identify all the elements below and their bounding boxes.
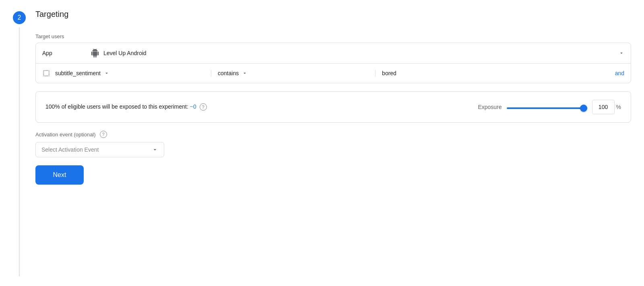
filter-operator-value: contains	[218, 70, 239, 76]
target-users-label: Target users	[35, 33, 631, 39]
app-row: App Level Up Android	[36, 43, 631, 64]
step-number: 2	[13, 11, 26, 24]
activation-chevron-icon	[152, 146, 158, 153]
filter-property-value: subtitle_sentiment	[55, 70, 101, 76]
page-title: Targeting	[35, 10, 631, 19]
filter-property-icon	[42, 69, 50, 77]
exposure-value-box: %	[592, 100, 621, 114]
percent-label: %	[616, 104, 621, 110]
next-button[interactable]: Next	[35, 165, 84, 185]
step-indicator: 2	[13, 10, 26, 276]
activation-label-text: Activation event (optional)	[35, 132, 96, 138]
exposure-box: 100% of eligible users will be exposed t…	[35, 91, 631, 123]
target-users-box: App Level Up Android	[35, 43, 631, 83]
exposure-label: Exposure	[478, 104, 502, 110]
exposure-count: ~0	[190, 103, 196, 110]
filter-operator-dropdown[interactable]: contains	[211, 70, 376, 76]
step-line	[19, 27, 20, 276]
app-dropdown-chevron[interactable]	[619, 50, 624, 56]
operator-chevron-icon	[242, 70, 248, 76]
filter-value: bored	[376, 70, 615, 76]
exposure-input[interactable]	[592, 100, 615, 114]
filter-property-dropdown[interactable]: subtitle_sentiment	[55, 70, 211, 76]
content-area: Targeting Target users App Level Up Andr…	[35, 10, 631, 276]
activation-help-icon[interactable]: ?	[100, 131, 107, 138]
and-link[interactable]: and	[615, 70, 624, 76]
page-wrapper: 2 Targeting Target users App	[0, 0, 644, 286]
filter-row: subtitle_sentiment contains bored and	[36, 64, 631, 83]
target-users-section: Target users App Level Up Android	[35, 33, 631, 83]
activation-label: Activation event (optional) ?	[35, 131, 631, 138]
exposure-slider[interactable]	[507, 107, 587, 109]
exposure-text: 100% of eligible users will be exposed t…	[45, 103, 468, 111]
android-icon	[91, 49, 99, 58]
exposure-help-icon[interactable]: ?	[200, 103, 207, 111]
activation-section: Activation event (optional) ? Select Act…	[35, 131, 631, 157]
slider-container	[507, 104, 587, 110]
app-selector[interactable]: Level Up Android	[91, 49, 624, 58]
exposure-text-prefix: 100% of eligible users will be exposed t…	[45, 103, 188, 110]
app-name: Level Up Android	[103, 50, 615, 56]
exposure-controls: Exposure %	[478, 100, 621, 114]
activation-dropdown-placeholder: Select Activation Event	[41, 146, 99, 153]
app-label: App	[42, 50, 91, 56]
activation-dropdown[interactable]: Select Activation Event	[35, 142, 164, 157]
property-chevron-icon	[104, 70, 109, 76]
